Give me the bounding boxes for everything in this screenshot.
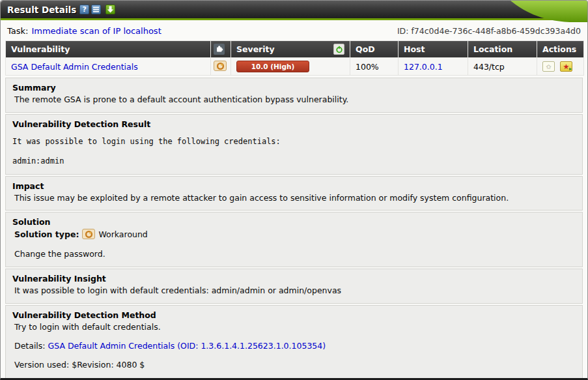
task-link[interactable]: Immediate scan of IP localhost <box>31 26 161 36</box>
solution-heading: Solution <box>12 217 576 227</box>
nvt-details-link[interactable]: GSA Default Admin Credentials (OID: 1.3.… <box>48 341 326 351</box>
column-severity-label: Severity <box>236 44 275 54</box>
severity-cell: 10.0 (High) <box>231 58 350 75</box>
column-vulnerability[interactable]: Vulnerability <box>6 41 210 57</box>
workaround-icon <box>214 61 227 71</box>
vulnerability-cell: GSA Default Admin Credentials <box>6 58 210 75</box>
section-detection-result: Vulnerability Detection Result It was po… <box>5 114 583 175</box>
detection-result-heading: Vulnerability Detection Result <box>12 119 576 129</box>
actions-cell: ✩ ★ ▸ <box>537 58 583 75</box>
solution-text: Change the password. <box>14 249 576 259</box>
column-host[interactable]: Host <box>399 41 468 57</box>
summary-heading: Summary <box>12 83 576 93</box>
column-qod[interactable]: QoD <box>350 41 398 57</box>
section-impact: Impact This issue may be exploited by a … <box>5 176 583 211</box>
solution-type-cell <box>211 58 231 75</box>
host-cell: 127.0.0.1 <box>399 58 468 75</box>
insight-heading: Vulnerability Insight <box>12 274 576 284</box>
section-solution: Solution Solution type: Workaround Chang… <box>5 212 583 267</box>
power-icon-glyph <box>335 46 343 53</box>
workaround-icon-glyph <box>85 230 93 239</box>
details-label: Details: <box>14 341 46 351</box>
detection-method-heading: Vulnerability Detection Method <box>12 310 576 320</box>
workaround-icon <box>82 229 95 239</box>
impact-text: This issue may be exploited by a remote … <box>14 193 576 203</box>
list-icon[interactable] <box>91 5 101 14</box>
add-note-icon[interactable]: ✩ <box>542 61 555 72</box>
host-link[interactable]: 127.0.0.1 <box>404 62 443 72</box>
column-actions: Actions <box>537 41 583 57</box>
column-severity[interactable]: Severity <box>231 41 350 57</box>
result-table: Vulnerability Severity <box>5 40 584 76</box>
summary-text: The remote GSA is prone to a default acc… <box>14 95 576 105</box>
download-icon[interactable] <box>105 5 115 14</box>
puzzle-icon-glyph <box>216 45 223 53</box>
column-location[interactable]: Location <box>468 41 537 57</box>
column-solution-type[interactable] <box>211 41 231 57</box>
result-row: GSA Default Admin Credentials 10.0 (High… <box>6 58 583 75</box>
titlebar: Result Details ? <box>1 1 587 20</box>
override-star-glyph: ★ <box>563 63 570 71</box>
list-icon-glyph <box>92 6 100 13</box>
solution-type-label: Solution type: <box>14 229 79 239</box>
workaround-icon-glyph <box>216 62 225 70</box>
detail-sections: Summary The remote GSA is prone to a def… <box>5 78 583 379</box>
green-corner-decoration <box>447 1 587 22</box>
section-detection-method: Vulnerability Detection Method Try to lo… <box>5 305 583 379</box>
severity-bar: 10.0 (High) <box>236 61 309 72</box>
detection-result-line1: It was possible to login using the follo… <box>12 137 576 146</box>
details-line: Details: GSA Default Admin Credentials (… <box>14 341 576 351</box>
solution-type-value: Workaround <box>98 229 147 239</box>
location-cell: 443/tcp <box>468 58 537 75</box>
impact-heading: Impact <box>12 181 576 191</box>
page-title: Result Details <box>7 5 76 15</box>
section-summary: Summary The remote GSA is prone to a def… <box>5 78 583 113</box>
detection-method-text: Try to login with default credentials. <box>14 322 576 332</box>
vulnerability-link[interactable]: GSA Default Admin Credentials <box>11 62 138 72</box>
detection-result-line2: admin:admin <box>12 156 576 166</box>
result-details-page: Result Details ? Task: Immediate scan of… <box>0 0 588 380</box>
overrides-toggle-icon[interactable] <box>333 44 344 55</box>
override-arrow-glyph: ▸ <box>569 66 572 72</box>
task-line: Task: Immediate scan of IP localhost ID:… <box>1 20 587 40</box>
help-icon[interactable]: ? <box>79 5 89 14</box>
result-table-header-row: Vulnerability Severity <box>6 41 583 57</box>
result-id: ID: f74c0d4e-736c-448f-a8b6-459dc393a4d0 <box>397 26 581 36</box>
section-insight: Vulnerability Insight It was possible to… <box>5 269 583 304</box>
add-override-icon[interactable]: ★ ▸ <box>560 61 572 72</box>
puzzle-icon[interactable] <box>214 44 225 55</box>
task-label: Task: <box>7 26 28 36</box>
insight-text: It was possible to login with default cr… <box>14 285 576 296</box>
qod-cell: 100% <box>350 58 398 75</box>
version-line: Version used: $Revision: 4080 $ <box>14 360 576 370</box>
solution-type-line: Solution type: Workaround <box>14 229 576 239</box>
download-icon-glyph <box>106 5 115 14</box>
